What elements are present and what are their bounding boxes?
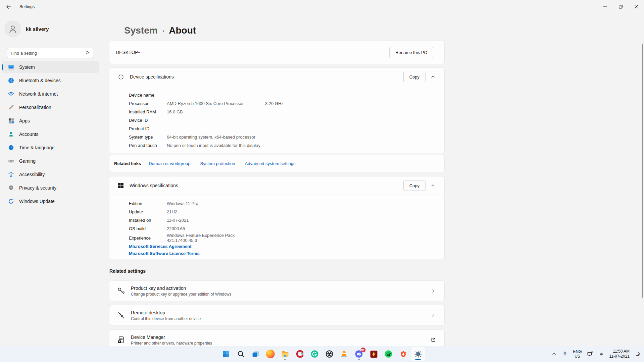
- close-button[interactable]: [629, 0, 644, 13]
- speaker-icon: [598, 351, 605, 357]
- taskbar-file-explorer-icon[interactable]: [278, 347, 292, 361]
- sidebar-item-apps[interactable]: Apps: [2, 115, 99, 127]
- restore-icon: [617, 3, 625, 10]
- sidebar-item-gaming[interactable]: Gaming: [2, 155, 99, 167]
- minimize-button[interactable]: [598, 0, 613, 13]
- system-icon: [8, 64, 14, 70]
- grammarly-icon: [310, 350, 319, 358]
- taskbar-start-button[interactable]: [219, 347, 233, 361]
- copy-windows-specs-button[interactable]: Copy: [403, 180, 426, 191]
- window-title: Settings: [19, 4, 35, 9]
- scrollbar-thumb[interactable]: [642, 44, 643, 298]
- search-icon: [85, 50, 90, 56]
- restore-button[interactable]: [613, 0, 629, 13]
- taskbar-obs-icon[interactable]: [323, 347, 336, 361]
- spec-row: OS build 22000.65: [109, 224, 444, 233]
- firefox-icon: [266, 350, 275, 358]
- taskbar-ccleaner-icon[interactable]: [293, 347, 307, 361]
- accessibility-person-icon: [8, 171, 14, 178]
- sidebar-item-bluetooth-devices[interactable]: Bluetooth & devices: [2, 74, 99, 87]
- chevron-right-icon: [430, 312, 436, 318]
- taskbar-spotify-icon[interactable]: [382, 347, 395, 361]
- sidebar-item-network-internet[interactable]: Network & internet: [2, 88, 99, 100]
- sidebar-item-privacy-security[interactable]: Privacy & security: [2, 182, 99, 194]
- tray-focus-assist[interactable]: [632, 347, 643, 361]
- collapse-toggle[interactable]: [426, 179, 440, 192]
- tray-language-switcher[interactable]: ENG US: [571, 347, 584, 361]
- spec-row: Processor AMD Ryzen 5 1600 Six-Core Proc…: [109, 99, 444, 108]
- taskbar-vlc-icon[interactable]: [337, 347, 351, 361]
- spec-row: Installed on 11-07-2021: [109, 216, 444, 224]
- remote-desktop-icon: [117, 311, 126, 320]
- link-microsoft-services-agreement[interactable]: Microsoft Services Agreement: [129, 243, 444, 250]
- spec-row: System type 64-bit operating system, x64…: [109, 133, 444, 141]
- spec-row: Experience Windows Feature Experience Pa…: [109, 233, 444, 241]
- windows-specifications-header[interactable]: Windows specifications Copy: [109, 176, 444, 195]
- device-specifications-header[interactable]: Device specifications Copy: [109, 68, 444, 86]
- taskbar-brave-icon[interactable]: [396, 347, 410, 361]
- spec-row: Pen and touch No pen or touch input is a…: [109, 141, 444, 150]
- key-icon: [117, 287, 126, 295]
- tray-network[interactable]: [584, 347, 596, 361]
- device-name-card: DESKTOP- Rename this PC: [109, 41, 445, 64]
- taskbar-settings-icon[interactable]: [411, 347, 425, 361]
- remote-desktop-row[interactable]: Remote desktop Control this device from …: [109, 305, 445, 326]
- moon-icon: [634, 351, 641, 357]
- row-subtitle: Printer and other drivers, hardware prop…: [131, 341, 212, 346]
- spec-row: Installed RAM 16.0 GB: [109, 108, 444, 116]
- sidebar-item-accounts[interactable]: Accounts: [2, 128, 99, 140]
- language-code: ENG: [573, 349, 582, 354]
- tray-microphone[interactable]: [559, 347, 571, 361]
- app-window: { "app": { "title": "Settings" }, "sideb…: [0, 0, 644, 362]
- taskbar-discord-icon[interactable]: 9+: [352, 347, 366, 361]
- external-link-icon: [430, 337, 436, 343]
- device-specifications-card: Device specifications Copy Device name P…: [109, 67, 445, 153]
- sidebar-item-system[interactable]: System: [2, 61, 99, 73]
- sidebar-item-personalization[interactable]: Personalization: [2, 101, 99, 113]
- taskbar-grammarly-icon[interactable]: [308, 347, 321, 361]
- taskbar-firefox-icon[interactable]: [263, 347, 277, 361]
- wifi-icon: [8, 91, 14, 97]
- taskbar-search-button[interactable]: [234, 347, 248, 361]
- tray-volume[interactable]: [596, 347, 607, 361]
- collapse-toggle[interactable]: [426, 70, 440, 84]
- sidebar-item-label: Gaming: [19, 158, 36, 164]
- device-manager-icon: [117, 335, 126, 344]
- windows-specifications-body: Edition Windows 11 Pro Update 21H2 Insta…: [109, 195, 444, 259]
- link-domain-or-workgroup[interactable]: Domain or workgroup: [149, 161, 190, 166]
- minimize-icon: [602, 3, 609, 10]
- microphone-icon: [562, 351, 568, 357]
- link-microsoft-software-license-terms[interactable]: Microsoft Software License Terms: [129, 250, 444, 257]
- back-button[interactable]: [2, 1, 15, 13]
- spec-row: Product ID: [109, 124, 444, 133]
- section-title: Device specifications: [130, 74, 174, 80]
- task-view-icon: [251, 350, 260, 358]
- spec-row: Device name: [109, 91, 444, 99]
- rename-pc-button[interactable]: Rename this PC: [389, 47, 433, 58]
- sidebar-item-label: Apps: [19, 118, 30, 123]
- breadcrumb-system[interactable]: System: [124, 25, 158, 36]
- info-icon: [117, 73, 125, 81]
- sidebar-item-time-language[interactable]: Time & language: [2, 142, 99, 154]
- obs-icon: [325, 350, 334, 358]
- sidebar-nav: System Bluetooth & devices Network & int…: [2, 61, 99, 209]
- taskbar-lightning-icon[interactable]: [367, 347, 381, 361]
- copy-device-specs-button[interactable]: Copy: [403, 72, 426, 82]
- titlebar: Settings: [0, 0, 644, 13]
- tray-clock[interactable]: 11:50 AM 11-07-2021: [607, 347, 632, 361]
- sidebar-item-accessibility[interactable]: Accessibility: [2, 168, 99, 180]
- row-subtitle: Change product key or upgrade your editi…: [131, 292, 232, 297]
- sidebar-item-windows-update[interactable]: Windows Update: [2, 195, 99, 207]
- tray-show-hidden-icons[interactable]: [549, 347, 559, 361]
- product-key-activation-row[interactable]: Product key and activation Change produc…: [109, 280, 445, 301]
- spec-row: Edition Windows 11 Pro: [109, 199, 444, 208]
- bluetooth-icon: [8, 77, 14, 84]
- spotify-icon: [384, 350, 393, 358]
- search-input[interactable]: [7, 48, 93, 58]
- system-tray: ENG US 11:50 AM 11-07-2021: [549, 346, 643, 362]
- link-system-protection[interactable]: System protection: [200, 161, 235, 166]
- taskbar-task-view-button[interactable]: [249, 347, 262, 361]
- gamepad-icon: [8, 158, 14, 164]
- row-title: Remote desktop: [131, 310, 201, 315]
- link-advanced-system-settings[interactable]: Advanced system settings: [245, 161, 296, 166]
